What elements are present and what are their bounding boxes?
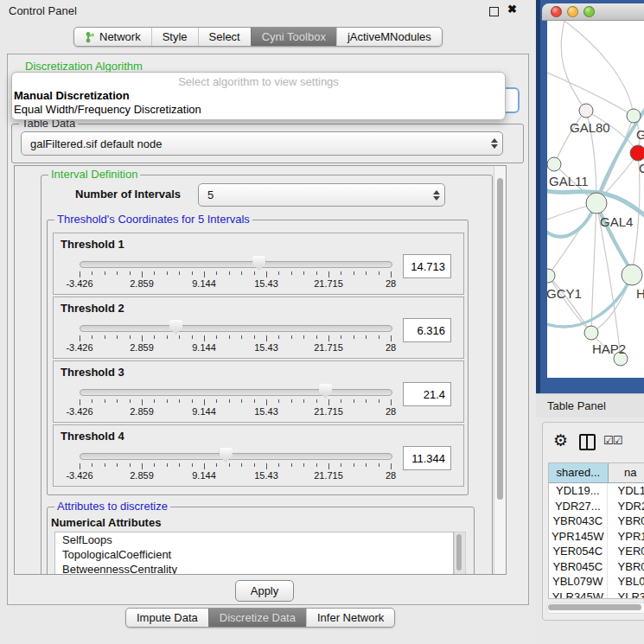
threshold-value-field[interactable]: 14.713 [403,254,451,278]
network-icon [85,31,95,43]
cell-name: YPR1 [608,529,644,545]
tick-label: 2.859 [130,470,154,481]
mac-close-icon[interactable] [551,6,562,17]
table-data-combobox[interactable]: galFiltered.sif default node [21,131,503,156]
tab-label: Cyni Toolbox [262,30,326,43]
tab-infer-network[interactable]: Infer Network [306,609,394,627]
table-row[interactable]: YBL079WYBL0 [549,574,644,590]
mac-minimize-icon[interactable] [567,6,578,17]
combo-arrows-icon [487,138,502,149]
threshold-value-field[interactable]: 21.4 [403,382,451,406]
cell-shared-name: YBL079W [549,574,608,590]
table-row[interactable]: YDR27...YDR2 [549,499,644,514]
table-row[interactable]: YBR045CYBR0 [549,559,644,575]
mac-zoom-icon[interactable] [583,6,595,17]
cell-name: YBR0 [608,513,644,529]
network-graph: GAL80GCGAL11GAL4GCY1HHAP2 [547,21,644,378]
tab-cyni-toolbox[interactable]: Cyni Toolbox [251,28,336,46]
network-node[interactable] [547,269,555,283]
slider-track[interactable] [80,325,392,332]
network-node[interactable] [627,109,641,123]
tick-label: -3.426 [66,470,92,481]
slider-thumb[interactable] [169,320,182,335]
float-window-icon[interactable] [489,7,499,16]
tick-label: -3.426 [66,406,92,417]
slider-thumb[interactable] [220,448,233,462]
network-window-edge [536,0,540,393]
thresholds-group-title: Threshold's Coordinates for 5 Intervals [54,214,252,226]
slider-track[interactable] [80,261,392,268]
horizontal-scrollbar[interactable] [546,603,644,614]
slider-thumb[interactable] [252,256,265,271]
node-attribute-table[interactable]: shared... na YDL19...YDL1YDR27...YDR2YBR… [548,462,644,599]
vertical-scrollbar[interactable] [494,166,506,574]
tab-jactivemnodules[interactable]: jActiveMNodules [336,28,442,46]
number-of-intervals-spinner[interactable]: 5 [198,183,445,207]
cell-shared-name: YLR345W [549,590,608,600]
network-node[interactable] [547,157,561,171]
network-canvas[interactable]: GAL80GCGAL11GAL4GCY1HHAP2 [547,21,644,378]
tick-label: 28 [386,470,396,481]
threshold-value-field[interactable]: 11.344 [403,446,451,470]
cell-shared-name: YBR045C [549,559,608,575]
table-row[interactable]: YDL19...YDL1 [549,483,644,499]
network-node[interactable] [586,193,607,214]
cell-name: YER0 [608,544,644,559]
table-row[interactable]: YPR145WYPR1 [549,529,644,545]
network-edge [591,203,596,333]
node-label: G [636,127,644,142]
checkbox-icons[interactable]: ☑☑ [603,434,622,447]
tick-label: 15.43 [254,278,278,289]
node-label: GCY1 [547,286,582,301]
network-edge [564,21,634,116]
node-label: GAL11 [549,174,589,188]
tab-label: jActiveMNodules [348,30,431,43]
tab-impute-data[interactable]: Impute Data [126,609,208,627]
tab-style[interactable]: Style [151,28,198,46]
discretization-algorithm-group-title: Discretization Algorithm [25,60,143,73]
close-icon[interactable]: ✖ [507,3,517,16]
cell-shared-name: YPR145W [549,529,608,545]
attribute-item[interactable]: BetweennessCentrality [55,562,453,575]
tick-label: 9.144 [192,470,216,481]
slider-ticks [80,399,391,406]
network-node[interactable] [622,265,642,285]
network-node[interactable] [584,326,598,340]
tab-network[interactable]: Network [74,28,151,46]
column-header-name[interactable]: na [609,463,644,482]
table-row[interactable]: YBR043CYBR0 [549,513,644,529]
threshold-value-field[interactable]: 6.316 [403,318,451,342]
slider-track[interactable] [80,453,392,460]
tab-select[interactable]: Select [198,28,251,46]
table-row[interactable]: YER054CYER0 [549,544,644,559]
attributes-scrollbar[interactable] [454,532,466,575]
algorithm-dropdown-popup: Select algorithm to view settings Manual… [11,72,506,120]
slider-thumb[interactable] [319,384,332,399]
slider-ticks [80,335,391,342]
table-panel-title: Table Panel [547,399,606,412]
split-pane-icon[interactable] [579,434,596,450]
cell-shared-name: YDR27... [549,499,608,514]
table-row[interactable]: YLR345WYLR3 [549,590,644,600]
apply-button[interactable]: Apply [235,580,294,602]
slider-track[interactable] [80,389,392,396]
numerical-attributes-list[interactable]: SelfLoopsTopologicalCoefficientBetweenne… [54,532,454,575]
cell-name: YBR0 [608,559,644,575]
network-node[interactable] [630,145,644,161]
algorithm-option[interactable]: Equal Width/Frequency Discretization [12,103,505,117]
slider-ticks [80,271,391,278]
tab-discretize-data[interactable]: Discretize Data [208,609,306,627]
tick-label: -3.426 [66,342,92,353]
attribute-item[interactable]: TopologicalCoefficient [55,547,453,562]
algorithm-option[interactable]: Manual Discretization [12,89,505,103]
gear-icon[interactable]: ⚙ [553,430,568,450]
cell-name: YDR2 [608,499,644,514]
network-node[interactable] [579,104,593,118]
tick-label: 2.859 [130,278,154,289]
cell-name: YBL0 [608,574,644,590]
column-header-shared-name[interactable]: shared... [549,463,609,482]
node-label: C [639,161,644,175]
thresholds-group: Threshold's Coordinates for 5 Intervals … [47,220,469,495]
attribute-item[interactable]: SelfLoops [55,532,453,547]
tick-label: 21.715 [314,470,343,481]
